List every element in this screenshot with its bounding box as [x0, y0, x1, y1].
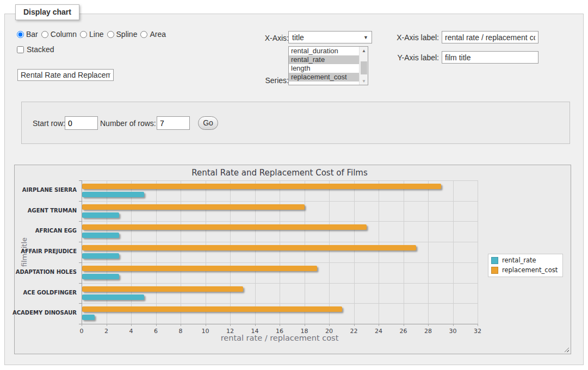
gridline: [82, 283, 478, 284]
gridline: [230, 180, 231, 324]
x-axis-tick: [131, 324, 132, 326]
gridline: [82, 262, 478, 263]
gridline: [354, 180, 355, 324]
x-axis-tick: [478, 324, 478, 326]
chart-x-axis-title: rental rate / replacement cost: [82, 334, 478, 342]
y-axis-label-input[interactable]: [442, 51, 539, 64]
series-option-rental_rate[interactable]: rental_rate: [289, 55, 359, 64]
x-axis-label-input[interactable]: [442, 31, 539, 43]
resize-grip-icon[interactable]: [563, 346, 569, 352]
series-option-rental_duration[interactable]: rental_duration: [289, 47, 359, 55]
y-axis-tick: [79, 221, 82, 222]
chart-type-area[interactable]: Area: [140, 30, 166, 39]
bar-replacement_cost: [82, 224, 367, 230]
y-axis-tick: [79, 303, 82, 304]
gridline: [379, 180, 379, 324]
rows-panel: Start row: Number of rows: Go: [21, 102, 570, 144]
chart-title: Rental Rate and Replacement Cost of Film…: [82, 168, 478, 178]
bar-rental_rate: [82, 192, 144, 197]
chart-title-input[interactable]: [17, 69, 114, 81]
legend-label: replacement_cost: [502, 266, 558, 274]
category-label: AFRICAN EGG: [11, 228, 77, 234]
x-axis-tick: [280, 324, 280, 326]
series-option-replacement_cost[interactable]: replacement_cost: [289, 73, 359, 81]
chevron-down-icon: ▼: [363, 35, 368, 40]
x-axis-tick: [230, 324, 231, 326]
gridline: [280, 180, 280, 324]
chart-type-spline[interactable]: Spline: [107, 30, 138, 39]
scroll-down-icon[interactable]: ▼: [360, 77, 368, 85]
bar-replacement_cost: [82, 204, 305, 210]
plot-area: 02468101214161820222426283032AIRPLANE SI…: [82, 180, 478, 324]
bar-rental_rate: [82, 294, 144, 300]
x-axis-tick: [107, 324, 107, 326]
gridline: [305, 180, 305, 324]
series-scrollbar[interactable]: ▲ ▼: [359, 47, 368, 85]
bar-rental_rate: [82, 253, 119, 259]
chart-type-bar[interactable]: Bar: [17, 30, 38, 39]
chart-legend: rental_ratereplacement_cost: [488, 254, 563, 277]
num-rows-label: Number of rows:: [100, 119, 156, 128]
bar-replacement_cost: [82, 306, 342, 312]
start-row-label: Start row:: [33, 119, 65, 128]
gridline: [453, 180, 454, 324]
y-axis-label-caption: Y-Axis label:: [381, 53, 439, 62]
y-axis-tick: [79, 283, 82, 284]
category-label: AFFAIR PREJUDICE: [11, 248, 77, 254]
y-axis-line: [82, 180, 82, 324]
gridline: [206, 180, 206, 324]
stacked-label: Stacked: [27, 45, 54, 54]
x-axis-tick: [404, 324, 404, 326]
panel-title: Display chart: [15, 4, 79, 20]
chart-type-line[interactable]: Line: [80, 30, 103, 39]
chart-type-column[interactable]: Column: [41, 30, 77, 39]
series-list-label: Series:: [234, 76, 289, 85]
scroll-up-icon[interactable]: ▲: [360, 47, 368, 54]
x-axis-tick: [379, 324, 379, 326]
x-axis-tick: [181, 324, 181, 326]
x-axis-tick: [354, 324, 355, 326]
series-option-length[interactable]: length: [289, 64, 359, 73]
gridline: [404, 180, 404, 324]
chart-panel: Rental Rate and Replacement Cost of Film…: [14, 165, 571, 354]
stacked-checkbox-row[interactable]: Stacked: [17, 45, 54, 54]
y-axis-tick: [79, 180, 82, 181]
gridline: [82, 221, 478, 222]
chart-type-radio-area[interactable]: [140, 31, 147, 38]
gridline: [131, 180, 132, 324]
x-axis-label-caption: X-Axis label:: [381, 33, 439, 42]
chart-type-radio-spline[interactable]: [107, 31, 114, 38]
y-axis-tick: [79, 262, 82, 263]
chart-type-label: Line: [89, 30, 103, 39]
chart-type-label: Bar: [26, 30, 38, 39]
x-axis-tick: [305, 324, 305, 326]
bar-rental_rate: [82, 212, 119, 218]
x-axis-tick: [82, 324, 82, 326]
gridline: [428, 180, 429, 324]
gridline: [107, 180, 107, 324]
start-row-input[interactable]: [65, 116, 98, 130]
chart-type-label: Spline: [116, 30, 138, 39]
stacked-checkbox[interactable]: [17, 46, 24, 53]
chart-type-radio-column[interactable]: [41, 31, 48, 38]
legend-swatch-rental_rate: [491, 257, 498, 264]
chart-type-label: Column: [51, 30, 77, 39]
x-axis-tick: [428, 324, 429, 326]
category-label: AGENT TRUMAN: [11, 208, 77, 214]
x-axis-select-label: X-Axis:: [234, 34, 289, 42]
num-rows-input[interactable]: [157, 116, 190, 130]
gridline: [329, 180, 330, 324]
go-button[interactable]: Go: [198, 116, 218, 130]
category-label: ADAPTATION HOLES: [11, 269, 77, 275]
series-listbox[interactable]: rental_durationrental_ratelengthreplacem…: [288, 46, 368, 85]
chart-type-radio-bar[interactable]: [17, 31, 24, 38]
x-axis-select[interactable]: title ▼: [288, 31, 372, 43]
x-axis-tick: [156, 324, 157, 326]
x-axis-tick: [206, 324, 206, 326]
x-axis-selected-value: title: [292, 33, 363, 42]
page: Display chart BarColumnLineSplineArea St…: [0, 0, 588, 370]
scrollbar-thumb[interactable]: [361, 61, 367, 74]
chart-type-radio-line[interactable]: [80, 31, 87, 38]
bar-rental_rate: [82, 315, 95, 320]
category-label: ACE GOLDFINGER: [11, 290, 77, 296]
